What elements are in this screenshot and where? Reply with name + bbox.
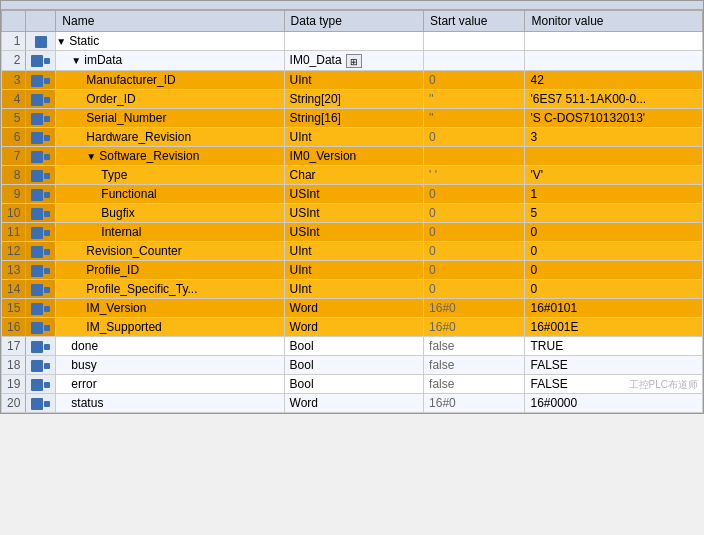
name-text: IM_Version [86, 301, 146, 315]
expand-arrow-icon[interactable]: ▼ [71, 55, 81, 66]
row-monitor-value: 0 [525, 222, 703, 241]
row-number: 5 [2, 108, 26, 127]
row-name: ▼ imData [56, 51, 284, 71]
table-row[interactable]: 5 Serial_NumberString[16]'''S C-DOS71013… [2, 108, 703, 127]
name-text: Hardware_Revision [86, 130, 191, 144]
row-icon-cell [26, 203, 56, 222]
row-monitor-value: 16#0101 [525, 298, 703, 317]
row-name: Hardware_Revision [56, 127, 284, 146]
row-icon-cell [26, 241, 56, 260]
col-icon [26, 11, 56, 32]
table-row[interactable]: 9 FunctionalUSInt01 [2, 184, 703, 203]
table-row[interactable]: 13 Profile_IDUInt00 [2, 260, 703, 279]
expand-arrow-icon[interactable]: ▼ [86, 151, 96, 162]
row-number: 14 [2, 279, 26, 298]
name-text: done [71, 339, 98, 353]
row-start-value: 0 [424, 184, 525, 203]
row-start-value: 0 [424, 279, 525, 298]
table-row[interactable]: 18 busyBoolfalseFALSE [2, 355, 703, 374]
row-datatype: UInt [284, 279, 423, 298]
table-row[interactable]: 6 Hardware_RevisionUInt03 [2, 127, 703, 146]
name-text: Bugfix [101, 206, 134, 220]
row-icon-cell [26, 127, 56, 146]
table-row[interactable]: 7▼ Software_RevisionIM0_Version [2, 146, 703, 165]
row-number: 9 [2, 184, 26, 203]
row-number: 16 [2, 317, 26, 336]
row-datatype: IM0_Version [284, 146, 423, 165]
table-row[interactable]: 8 TypeChar' ''V' [2, 165, 703, 184]
row-name: IM_Version [56, 298, 284, 317]
row-datatype: USInt [284, 203, 423, 222]
row-start-value: ' ' [424, 165, 525, 184]
row-name: error [56, 374, 284, 393]
row-number: 13 [2, 260, 26, 279]
name-text: Type [101, 168, 127, 182]
name-text: Software_Revision [99, 149, 199, 163]
row-datatype: UInt [284, 260, 423, 279]
row-datatype: Word [284, 393, 423, 412]
row-start-value: '' [424, 108, 525, 127]
col-num [2, 11, 26, 32]
row-monitor-value: FALSE [525, 355, 703, 374]
row-number: 6 [2, 127, 26, 146]
row-name: Profile_Specific_Ty... [56, 279, 284, 298]
row-start-value: 0 [424, 241, 525, 260]
row-monitor-value: '6ES7 511-1AK00-0... [525, 89, 703, 108]
row-datatype: USInt [284, 184, 423, 203]
table-row[interactable]: 15 IM_VersionWord16#016#0101 [2, 298, 703, 317]
name-text: Order_ID [86, 92, 135, 106]
expand-arrow-icon[interactable]: ▼ [56, 36, 66, 47]
row-name: Functional [56, 184, 284, 203]
row-name: ▼ Software_Revision [56, 146, 284, 165]
row-monitor-value: 16#0000 [525, 393, 703, 412]
row-icon-cell [26, 260, 56, 279]
table-row[interactable]: 11 InternalUSInt00 [2, 222, 703, 241]
table-row[interactable]: 16 IM_SupportedWord16#016#001E [2, 317, 703, 336]
row-icon-cell [26, 355, 56, 374]
table-row[interactable]: 12 Revision_CounterUInt00 [2, 241, 703, 260]
table-row[interactable]: 20 statusWord16#016#0000 [2, 393, 703, 412]
row-monitor-value: 0 [525, 241, 703, 260]
row-number: 17 [2, 336, 26, 355]
row-icon-cell [26, 32, 56, 51]
row-number: 1 [2, 32, 26, 51]
row-datatype: Word [284, 317, 423, 336]
name-text: Profile_ID [86, 263, 139, 277]
row-icon-cell [26, 222, 56, 241]
row-name: IM_Supported [56, 317, 284, 336]
table-row[interactable]: 3 Manufacturer_IDUInt042 [2, 70, 703, 89]
row-start-value: 16#0 [424, 393, 525, 412]
row-monitor-value: 0 [525, 279, 703, 298]
row-monitor-value [525, 51, 703, 71]
row-icon-cell [26, 165, 56, 184]
table-row[interactable]: 19 errorBoolfalseFALSE工控PLC布道师 [2, 374, 703, 393]
row-datatype: Word [284, 298, 423, 317]
table-row[interactable]: 1▼ Static [2, 32, 703, 51]
table-row[interactable]: 4 Order_IDString[20]'''6ES7 511-1AK00-0.… [2, 89, 703, 108]
row-name: status [56, 393, 284, 412]
name-text: Serial_Number [86, 111, 166, 125]
col-datatype-header: Data type [284, 11, 423, 32]
row-icon-cell [26, 317, 56, 336]
table-row[interactable]: 2▼ imDataIM0_Data⊞ [2, 51, 703, 71]
row-icon-cell [26, 108, 56, 127]
row-datatype: String[20] [284, 89, 423, 108]
table-row[interactable]: 14 Profile_Specific_Ty...UInt00 [2, 279, 703, 298]
row-monitor-value [525, 32, 703, 51]
datatype-icon-button[interactable]: ⊞ [346, 54, 362, 68]
row-datatype: Bool [284, 374, 423, 393]
row-number: 4 [2, 89, 26, 108]
col-monitorval-header: Monitor value [525, 11, 703, 32]
row-datatype: UInt [284, 127, 423, 146]
name-text: Manufacturer_ID [86, 73, 175, 87]
row-name: Internal [56, 222, 284, 241]
row-name: Bugfix [56, 203, 284, 222]
table-row[interactable]: 17 doneBoolfalseTRUE [2, 336, 703, 355]
row-start-value: 16#0 [424, 298, 525, 317]
name-text: imData [84, 53, 122, 67]
row-icon-cell [26, 51, 56, 71]
row-monitor-value: 'S C-DOS710132013' [525, 108, 703, 127]
table-row[interactable]: 10 BugfixUSInt05 [2, 203, 703, 222]
row-icon-cell [26, 89, 56, 108]
name-text: error [71, 377, 96, 391]
